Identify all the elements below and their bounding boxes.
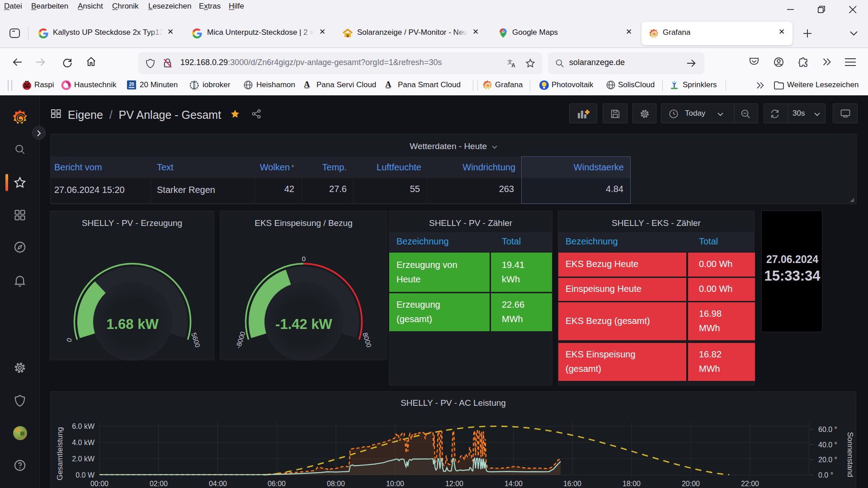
svg-text:A: A [511, 62, 515, 68]
svg-text:8000: 8000 [361, 332, 373, 348]
svg-text:6.0 kW: 6.0 kW [72, 422, 95, 430]
svg-text:0: 0 [302, 255, 306, 263]
svg-text:0: 0 [65, 337, 73, 343]
svg-text:20:00: 20:00 [682, 480, 700, 488]
svg-text:2.0 kW: 2.0 kW [72, 455, 95, 463]
svg-text:16:00: 16:00 [563, 480, 581, 488]
svg-text:0.0 W: 0.0 W [75, 471, 95, 479]
svg-text:00:00: 00:00 [90, 480, 108, 488]
svg-text:04:00: 04:00 [209, 480, 227, 488]
svg-text:-1.42 kW: -1.42 kW [275, 316, 333, 332]
svg-text:Gesamtleistung: Gesamtleistung [56, 427, 64, 480]
svg-text:18:00: 18:00 [623, 480, 641, 488]
svg-text:Sonnenstand: Sonnenstand [846, 432, 854, 477]
svg-text:4.0 kW: 4.0 kW [72, 439, 95, 446]
svg-text:12:00: 12:00 [445, 480, 463, 488]
svg-text:10:00: 10:00 [386, 480, 404, 488]
svg-text:60.0 °: 60.0 ° [818, 426, 837, 433]
svg-text:-8000: -8000 [234, 331, 247, 350]
svg-text:08:00: 08:00 [327, 480, 345, 488]
svg-text:02:00: 02:00 [150, 480, 168, 488]
svg-text:14:00: 14:00 [505, 480, 523, 488]
svg-text:22:00: 22:00 [741, 480, 759, 488]
svg-text:40.0 °: 40.0 ° [818, 441, 837, 449]
svg-text:06:00: 06:00 [268, 480, 286, 488]
svg-text:20: 20 [129, 82, 134, 87]
svg-text:1.68 kW: 1.68 kW [106, 316, 159, 332]
svg-text:5600: 5600 [190, 332, 202, 348]
svg-text:20.0 °: 20.0 ° [818, 456, 837, 464]
svg-text:0.0 °: 0.0 ° [818, 471, 833, 479]
